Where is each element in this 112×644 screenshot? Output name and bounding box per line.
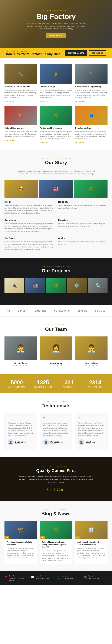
stat-awards-number: 321 xyxy=(57,380,81,386)
partner-outstanding: OUTSTANDING xyxy=(54,310,70,312)
service-card-material: 🏗️ Material Engineering Thing is an effe… xyxy=(5,106,37,144)
about-block-mission-text: We are very who we are proud of. If we t… xyxy=(5,222,54,232)
stat-workers-label: Workers Employed xyxy=(31,386,55,388)
stat-projects-label: Projects Done xyxy=(83,386,107,388)
cta-big-text: Don't Hesitate to Contact Us Any Time. xyxy=(6,52,61,56)
request-quote-button[interactable]: REQUEST A QUOTE xyxy=(65,50,87,56)
material-desc: Thing is an effective way to add eleganc… xyxy=(5,130,37,138)
blog-title: Blog & News xyxy=(5,511,107,516)
blog-content-1: Framing & Insulating Walls in Warehouse … xyxy=(5,539,37,562)
automotive-read-more[interactable]: READ MORE xyxy=(5,101,14,102)
automotive-desc: Thing is an effective way to add eleganc… xyxy=(5,89,37,99)
blog-post-text-2: Yellow Hats is a leading developer of at… xyxy=(42,550,70,562)
construction-read-more[interactable]: READ MORE xyxy=(75,101,85,102)
about-title: Our Story xyxy=(5,160,107,165)
quote-mark-3: " xyxy=(78,416,104,420)
partners-row: RB BRANDT BIMSTONE OUTSTANDING CLASSIC S… xyxy=(5,310,107,312)
stat-customers: 5000 Happy Customers xyxy=(5,380,29,388)
testimonial-name-3: Mike Scare xyxy=(86,441,95,443)
project-item-4[interactable]: ⚙️ xyxy=(67,278,87,293)
footer-email-content: Email Us: info@company.com xyxy=(36,575,49,580)
power-desc: Yellow Hats has full service renovation … xyxy=(40,89,72,99)
read-more-button[interactable]: Read More xyxy=(46,33,66,38)
footer-fax-content: Fax Us: +1 800 000 0001 xyxy=(88,575,99,580)
blog-date-1: Jan xyxy=(5,536,10,539)
cta-buttons: REQUEST A QUOTE CONTACT US xyxy=(65,50,106,56)
blog-post-text-1: Yellow Hats is a leading developer of at… xyxy=(7,547,35,559)
material-read-more[interactable]: READ MORE xyxy=(5,140,14,141)
footer-address-value: 1234 Street, City State, Country xyxy=(9,577,29,582)
project-item-1[interactable]: 🔌 xyxy=(5,278,24,293)
tom-avatar: 👨‍💼 xyxy=(75,336,107,360)
quality-desc: Yellow Hats has found the LEED Accredite… xyxy=(19,475,93,484)
about-image-1: 👷 xyxy=(5,180,38,198)
team-section: Creative Brains Our Team 👨‍💼 Mike Robert… xyxy=(0,317,112,374)
about-block-goals-title: Our Goals xyxy=(5,237,54,240)
footer-phone-content: Call Us: +1 800 000 0000 xyxy=(62,575,73,580)
power-read-more[interactable]: READ MORE xyxy=(40,101,50,102)
about-intro: Yellow Hats is a leading developer of at… xyxy=(14,170,98,175)
material-image: 🏗️ xyxy=(5,106,37,125)
quality-signature: Carl Carl xyxy=(5,486,107,492)
testimonial-author-2: 👤 Mark Johnson Engineer xyxy=(43,439,69,446)
partner-bimstone: BIMSTONE xyxy=(35,310,46,312)
tom-role: Vice President xyxy=(75,365,107,367)
testimonial-avatar-2: 👤 xyxy=(43,439,49,445)
about-images: 👷 🏭 🌿 xyxy=(5,180,107,198)
power-image: ⚡ xyxy=(40,64,72,84)
petroleum-read-more[interactable]: READ MORE xyxy=(75,142,85,144)
project-item-5[interactable]: 🔩 xyxy=(88,278,107,293)
partners-section: RB BRANDT BIMSTONE OUTSTANDING CLASSIC S… xyxy=(0,305,112,317)
testimonials-label: What People Say ! xyxy=(5,400,107,402)
quote-mark-1: " xyxy=(8,416,34,420)
location-icon: 📍 xyxy=(5,576,8,579)
petroleum-desc: Yellow Hats undertakes the task of divid… xyxy=(75,130,107,140)
jennie-avatar: 👩‍💼 xyxy=(40,336,72,360)
about-block-reliability-title: Reliability xyxy=(58,201,107,203)
about-block-about-title: About xyxy=(5,201,54,203)
testimonial-name-2: Mark Johnson xyxy=(50,441,63,443)
testimonial-role-1: Architect xyxy=(15,443,27,445)
blog-content-3: Springtime Renovation: Get Your Windows … xyxy=(75,539,107,562)
footer-phone-label: Call Us: xyxy=(62,575,73,577)
partner-classic: CLASSIC xyxy=(78,310,87,312)
construction-image: 🔨 xyxy=(75,64,107,84)
about-block-reliability: Reliability Yellow Hats has a cutting-ed… xyxy=(58,201,107,214)
blog-label: Some Tips For You ! xyxy=(5,508,107,510)
footer-phone: 📱 Call Us: +1 800 000 0000 xyxy=(57,575,81,582)
team-member-tom: 👨‍💼 Tom Hudson Vice President xyxy=(75,336,107,367)
about-block-goals: Our Goals We are very who we are proud o… xyxy=(5,237,54,251)
footer-phone-value: +1 800 000 0000 xyxy=(62,577,73,580)
hero-section: We Are Yellow Hats Big Factory Yellow Ha… xyxy=(0,0,112,48)
stat-customers-label: Happy Customers xyxy=(5,386,29,388)
partner-rb: RB xyxy=(7,310,10,312)
contact-us-button[interactable]: CONTACT US xyxy=(89,50,106,56)
footer-email-value: info@company.com xyxy=(36,577,49,580)
team-grid: 👨‍💼 Mike Roberts Vice President 👩‍💼 Jenn… xyxy=(5,336,107,367)
phone-icon: 📱 xyxy=(57,576,60,579)
agricultural-read-more[interactable]: READ MORE xyxy=(40,142,50,144)
team-title: Our Team xyxy=(5,326,107,332)
blog-post-title-1: Framing & Insulating Walls in Warehouse xyxy=(7,541,35,546)
projects-label: Great & Awesome Works xyxy=(5,266,107,267)
blog-image-1: 🏗️ Jan xyxy=(5,521,37,539)
service-card-agricultural: 🌿 Agricultural Processing Yellow Hats ha… xyxy=(40,106,72,144)
blog-content-2: Before Making Your Dream Living Room Don… xyxy=(40,539,72,564)
blog-image-2: 🌿 Jan xyxy=(40,521,72,539)
quality-label: Quality Comes First xyxy=(5,466,107,468)
quality-section: Quality Comes First Quality Comes First … xyxy=(0,457,112,501)
blog-post-title-3: Springtime Renovation: Get Your Windows … xyxy=(77,541,105,546)
team-label: Creative Brains xyxy=(5,324,107,326)
service-card-construction: 🔨 Construction & Engineering Thing is an… xyxy=(75,64,107,103)
agricultural-image: 🌿 xyxy=(40,106,72,125)
about-image-3: 🌿 xyxy=(74,180,107,198)
about-block-reliability-text: Yellow Hats has a cutting-edge quality m… xyxy=(58,204,107,209)
testimonial-name-1: Bertie Norton xyxy=(15,441,27,443)
services-section: 🔧 Automotive Parts & System Thing is an … xyxy=(0,58,112,150)
service-card-automotive: 🔧 Automotive Parts & System Thing is an … xyxy=(5,64,37,103)
project-item-2[interactable]: 🏭 xyxy=(25,278,45,293)
project-item-3[interactable]: 🌿 xyxy=(46,278,66,293)
projects-title: Our Projects xyxy=(5,268,107,274)
about-image-2: 🏭 xyxy=(39,180,73,198)
service-card-petroleum: 🛢️ Petroleum & Gas Yellow Hats undertake… xyxy=(75,106,107,144)
